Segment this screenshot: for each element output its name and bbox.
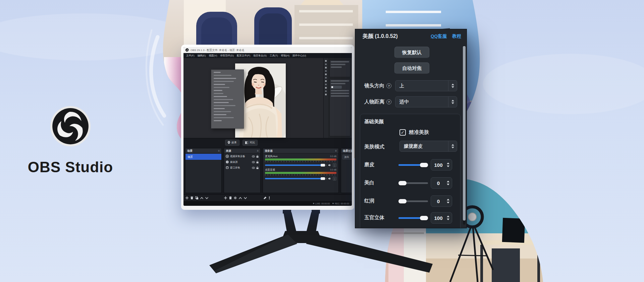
tutorial-link[interactable]: 教程 [452,33,461,39]
source-row[interactable]: 媒体源 [224,159,260,165]
dock-toolbars [183,194,352,201]
scrollbar-thumb[interactable] [463,46,466,221]
window-source-icon [226,166,229,169]
move-down-icon[interactable] [205,197,208,199]
select-spinner-icon[interactable] [448,81,457,91]
menu-docks[interactable]: 停靠部件(D) [220,54,234,57]
precise-skin-checkbox[interactable]: ✓ [399,129,406,136]
source-row[interactable]: 窗口采集 [224,165,260,171]
precise-skin-row[interactable]: ✓ 精准美肤 [399,129,429,136]
dock-menu-icon[interactable]: ≡ [257,149,259,152]
smoothing-stepper[interactable]: 100 [431,159,452,171]
compare-toggle-button[interactable]: 对比 [243,140,258,146]
duplicate-icon[interactable] [195,196,198,199]
dock-menu-icon[interactable]: ≡ [335,149,337,152]
preview-canvas [183,58,323,138]
reset-defaults-button[interactable]: 恢复默认 [394,47,429,58]
menu-profile[interactable]: 配置文件(P) [237,54,250,57]
speaker-icon[interactable] [328,164,331,167]
dialog-line [214,96,227,97]
move-down-icon[interactable] [244,197,247,199]
tools-strip[interactable] [324,58,328,138]
select-spinner-icon[interactable] [448,97,457,107]
move-up-icon[interactable] [200,197,203,199]
menu-view[interactable]: 视图(V) [209,54,217,57]
speaker-icon[interactable] [328,177,331,180]
add-icon[interactable] [185,196,189,199]
status-bar: LIVE: 00:00:00 REC: 00:00:00 [183,201,352,206]
advanced-audio-icon[interactable] [269,196,270,199]
effect-toggle-button[interactable]: 效果 [225,140,239,146]
properties-gear-icon[interactable] [234,196,237,199]
slider-handle[interactable] [420,216,428,220]
source-row[interactable]: 视频采集设备 [224,153,260,159]
transitions-dock: 场景过渡 淡出 [341,148,352,193]
stepper-arrows-icon[interactable] [446,199,452,203]
whitening-slider[interactable] [398,182,428,184]
panel-row [331,90,349,91]
lock-icon[interactable] [256,167,259,169]
menu-edit[interactable]: 编辑(E) [198,54,206,57]
stepper-arrows-icon[interactable] [446,181,452,185]
slider-handle[interactable] [398,199,407,203]
help-icon[interactable]: ? [386,99,391,104]
lock-icon[interactable] [256,161,259,163]
basic-beauty-title: 基础美颜 [364,119,384,125]
obs-titlebar: OBS 29.1.3 - 配置文件: 未命名 - 场景: 未命名 [183,47,352,53]
menu-scene-collection[interactable]: 场景集合(S) [253,54,267,57]
add-icon[interactable] [224,196,227,199]
mixer-channel-db: 0.0 dB [330,155,336,157]
person-distance-select[interactable]: 适中 [395,96,457,107]
smoothing-slider[interactable] [398,164,428,166]
panel-row [331,93,349,94]
dialog-line [214,99,233,100]
slider-handle[interactable] [420,163,428,167]
volume-slider-handle[interactable] [321,164,325,167]
help-icon[interactable]: ? [386,83,391,88]
whitening-stepper[interactable]: 0 [431,177,452,189]
camera-direction-select[interactable]: 上 [395,80,457,91]
slider-handle[interactable] [398,181,407,185]
meter-ticks [265,174,336,176]
transition-select[interactable]: 淡出 [342,155,352,159]
remove-icon[interactable] [229,196,232,199]
mixer-options-button[interactable]: ⋮ [333,177,336,181]
mixer-options-button[interactable]: ⋮ [333,163,336,167]
face-depth-slider[interactable] [398,217,428,219]
move-up-icon[interactable] [239,197,242,199]
volume-slider-handle[interactable] [321,177,325,180]
rosy-slider[interactable] [398,200,428,202]
remove-icon[interactable] [191,196,193,199]
person-distance-label: 人物距离 ? [364,99,391,105]
scene-item-selected[interactable]: 场景 [185,154,221,160]
face-depth-stepper[interactable]: 100 [431,212,452,224]
eye-icon[interactable] [252,167,255,169]
select-spinner-icon[interactable] [448,141,457,151]
filter-settings-dialog[interactable] [211,69,244,129]
dialog-line [214,72,221,73]
autofocus-button[interactable]: 自动对焦 [394,62,429,74]
panel-scrollbar[interactable] [463,45,466,225]
eye-icon[interactable] [252,155,255,157]
dialog-line [214,111,231,112]
volume-slider[interactable] [265,164,327,166]
menu-help[interactable]: 帮助(H) [281,54,289,57]
menu-file[interactable]: 文件(F) [186,54,195,57]
volume-meter [265,172,336,174]
stepper-arrows-icon[interactable] [446,216,452,220]
qq-support-link[interactable]: QQ客服 [431,33,447,39]
stepper-arrows-icon[interactable] [446,162,452,167]
volume-slider[interactable] [265,178,327,179]
mixer-dock-title: 混音器 [265,149,273,153]
brush-icon[interactable] [263,196,267,199]
skin-mode-select[interactable]: 朦胧磨皮 [399,141,457,152]
rosy-stepper[interactable]: 0 [431,195,452,207]
camera-direction-label: 镜头方向 ? [364,83,391,89]
menu-plugin-center[interactable]: 插件中心(U) [292,54,306,57]
selected-layer-row[interactable] [331,86,342,89]
lock-icon[interactable] [256,155,259,158]
eye-icon[interactable] [252,161,255,163]
panel-row [331,64,345,65]
menu-tools[interactable]: 工具(T) [270,54,278,57]
dock-menu-icon[interactable]: ≡ [218,149,220,152]
